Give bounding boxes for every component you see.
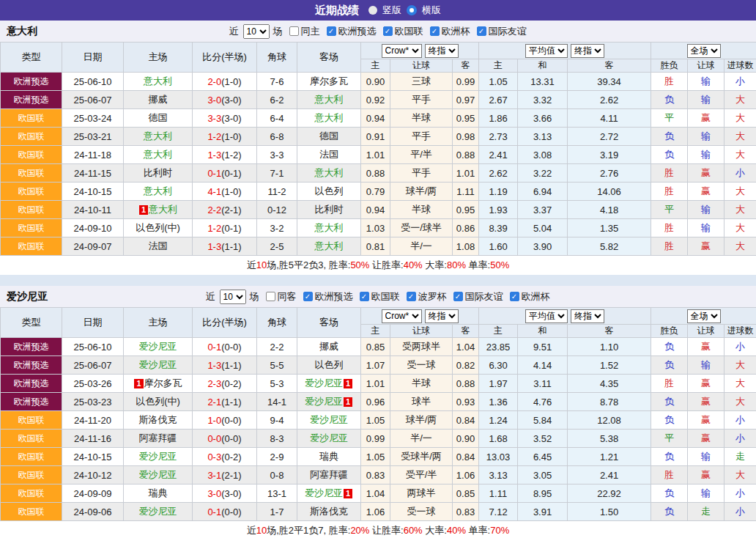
home-odds: 0.99 (361, 430, 390, 448)
match-row: 欧洲预选25-03-23以色列(中)2-1(1-1)14-1爱沙尼亚10.96球… (1, 393, 756, 411)
handicap-line: 半/一 (390, 430, 453, 448)
odds-source-select[interactable]: Crow* (382, 44, 422, 58)
home-team: 意大利 (124, 146, 193, 164)
col-score: 比分(半场) (193, 43, 257, 73)
competition-filter-checkbox[interactable]: ✓ (453, 292, 463, 301)
avg-period-select[interactable]: 终指 (571, 309, 604, 323)
col-corners: 角球 (257, 308, 297, 338)
goals-result: 小 (724, 338, 756, 356)
goals-result: 大 (724, 219, 756, 237)
competition-filter-checkbox[interactable]: ✓ (303, 292, 313, 301)
away-odds: 0.83 (453, 503, 479, 521)
subcol-goals: 进球数 (724, 325, 756, 338)
avg-draw-odds: 3.90 (518, 237, 568, 256)
competition-filter-checkbox[interactable]: ✓ (383, 26, 393, 36)
home-odds: 0.88 (361, 164, 390, 183)
corners: 0-12 (257, 201, 297, 219)
home-team: 爱沙尼亚 (124, 338, 193, 356)
competition-filter-checkbox[interactable]: ✓ (477, 26, 486, 36)
horizontal-layout-radio[interactable] (407, 5, 417, 15)
competition-filter-checkbox[interactable]: ✓ (430, 26, 440, 36)
home-odds: 0.92 (361, 91, 390, 109)
away-team: 爱沙尼亚1 (297, 393, 361, 411)
match-row: 欧洲预选25-06-10意大利2-0(1-0)7-6摩尔多瓦0.90三球0.99… (1, 73, 756, 91)
competition-filter-checkbox[interactable]: ✓ (327, 26, 336, 36)
goals-result: 小 (724, 430, 756, 448)
avg-home-odds: 1.24 (479, 411, 518, 430)
corners: 7-6 (257, 73, 297, 91)
avg-period-select[interactable]: 终指 (571, 44, 604, 58)
score: 3-0(3-0) (193, 91, 257, 109)
section-italy: 意大利 近10场同主✓欧洲预选✓欧国联✓欧洲杯✓国际友谊 类型 日期 主场 比分… (0, 21, 756, 275)
match-date: 24-11-15 (62, 164, 124, 183)
away-odds: 1.04 (453, 338, 479, 356)
handicap-result: 输 (688, 219, 724, 237)
corners: 2-2 (257, 338, 297, 356)
competition-filter-label: 波罗杯 (418, 290, 447, 303)
avg-home-odds: 1.86 (479, 109, 518, 128)
goals-result: 小 (724, 73, 756, 91)
subcol-result: 胜负 (651, 59, 688, 73)
result: 负 (651, 411, 688, 430)
match-date: 24-09-07 (62, 237, 124, 256)
avg-draw-odds: 3.05 (518, 466, 568, 484)
home-team: 意大利 (124, 128, 193, 146)
odds-period-select[interactable]: 终指 (425, 44, 459, 58)
home-odds: 0.79 (361, 183, 390, 201)
games-count-select[interactable]: 10 (220, 290, 246, 304)
handicap-line: 受一球 (390, 503, 453, 521)
avg-away-odds: 4.35 (568, 375, 651, 393)
goals-result: 大 (724, 128, 756, 146)
competition-filter-checkbox[interactable]: ✓ (360, 292, 369, 301)
vertical-layout-radio[interactable] (368, 6, 377, 15)
avg-source-select[interactable]: 平均值 (525, 309, 568, 323)
away-team: 爱沙尼亚1 (297, 375, 361, 393)
away-team: 以色列 (297, 183, 361, 201)
away-odds: 1.08 (453, 237, 479, 256)
handicap-result: 赢 (688, 411, 724, 430)
handicap-line: 受一/球半 (390, 219, 453, 237)
corners: 5-5 (257, 356, 297, 375)
match-row: 欧国联25-03-24德国3-3(3-0)6-4意大利0.94半球0.951.8… (1, 109, 756, 128)
competition-type: 欧国联 (1, 201, 62, 219)
goals-result: 大 (724, 183, 756, 201)
col-date: 日期 (62, 43, 124, 73)
odds-period-select[interactable]: 终指 (425, 309, 459, 323)
scope-select[interactable]: 全场 (687, 44, 721, 58)
result: 负 (651, 393, 688, 411)
away-odds: 0.98 (453, 128, 479, 146)
games-count-select[interactable]: 10 (243, 24, 270, 39)
away-odds: 0.84 (453, 411, 479, 430)
competition-filter-label: 欧国联 (371, 290, 400, 303)
section-summary: 近10场,胜5平2负3, 胜率:50% 让胜率:40% 大率:80% 单率:50… (0, 256, 756, 275)
home-team: 阿塞拜疆 (124, 430, 193, 448)
away-odds: 0.95 (453, 201, 479, 219)
avg-draw-odds: 13.31 (518, 73, 568, 91)
same-venue-checkbox[interactable] (289, 26, 299, 36)
home-odds: 1.06 (361, 503, 390, 521)
score: 3-3(3-0) (193, 109, 257, 128)
result: 负 (651, 484, 688, 503)
competition-filter-checkbox[interactable]: ✓ (510, 292, 519, 301)
avg-source-select[interactable]: 平均值 (525, 44, 568, 58)
col-score: 比分(半场) (193, 308, 257, 338)
avg-home-odds: 2.41 (479, 146, 518, 164)
same-venue-label: 同主 (301, 25, 320, 38)
handicap-result: 赢 (688, 466, 724, 484)
away-team: 意大利 (297, 237, 361, 256)
col-type: 类型 (1, 308, 62, 338)
home-odds: 0.94 (361, 109, 390, 128)
score: 0-1(0-0) (193, 338, 257, 356)
same-venue-checkbox[interactable] (266, 292, 275, 301)
match-row: 欧国联24-10-15爱沙尼亚0-3(0-2)2-9瑞典1.05受球半/两0.8… (1, 448, 756, 466)
handicap-result: 赢 (688, 183, 724, 201)
home-team: 1意大利 (124, 201, 193, 219)
score: 2-0(1-0) (193, 73, 257, 91)
team-name: 意大利 (7, 25, 37, 38)
subcol-odds-away: 客 (453, 59, 479, 73)
competition-filter-checkbox[interactable]: ✓ (407, 292, 416, 301)
avg-home-odds: 1.11 (479, 484, 518, 503)
scope-select[interactable]: 全场 (687, 309, 721, 323)
home-team: 斯洛伐克 (124, 411, 193, 430)
odds-source-select[interactable]: Crow* (382, 309, 422, 323)
